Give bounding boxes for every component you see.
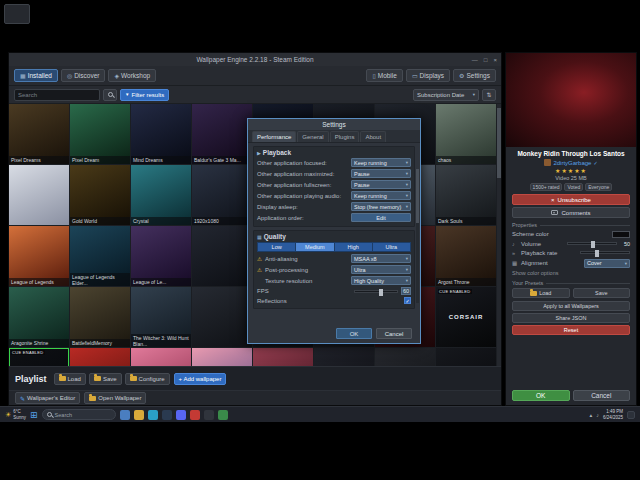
wallpaper-tile[interactable] bbox=[314, 348, 374, 366]
wallpaper-tile[interactable]: CUE ENABLED CORSAIR bbox=[436, 287, 496, 347]
quality-preset-button[interactable]: High bbox=[335, 243, 373, 251]
preset-save-button[interactable]: Save bbox=[573, 288, 631, 298]
start-button[interactable]: ⊞ bbox=[30, 410, 38, 420]
setting-dropdown[interactable]: Pause ▾ bbox=[351, 169, 411, 178]
slider-thumb[interactable] bbox=[379, 289, 383, 296]
reset-button[interactable]: Reset bbox=[512, 325, 630, 335]
taskbar-icon-steam[interactable] bbox=[162, 410, 172, 420]
nav-tab[interactable]: ◈ Workshop bbox=[108, 69, 156, 82]
preset-load-button[interactable]: Load bbox=[512, 288, 570, 298]
close-button[interactable]: × bbox=[493, 57, 497, 63]
nav-tab[interactable]: ▦ Installed bbox=[14, 69, 58, 82]
wallpaper-tile[interactable]: Mind Dreams bbox=[131, 104, 191, 164]
setting-dropdown[interactable]: Stop (free memory) ▾ bbox=[351, 202, 411, 211]
toolbar-right-button[interactable]: ⚙ Settings bbox=[453, 69, 496, 82]
wallpaper-tile[interactable] bbox=[375, 348, 435, 366]
panel-ok-button[interactable]: OK bbox=[512, 390, 570, 401]
sort-direction-button[interactable]: ⇅ bbox=[482, 89, 496, 101]
setting-dropdown[interactable]: Keep running ▾ bbox=[351, 158, 411, 167]
wallpaper-tile[interactable]: BattlefieldMemory bbox=[70, 287, 130, 347]
wallpaper-tile[interactable]: Argost Throne bbox=[436, 226, 496, 286]
taskbar-icon-task-view[interactable] bbox=[120, 410, 130, 420]
filter-results-button[interactable]: ▼ Filter results bbox=[120, 89, 169, 101]
panel-cancel-button[interactable]: Cancel bbox=[573, 390, 631, 401]
alignment-dropdown[interactable]: Cover ▾ bbox=[584, 259, 630, 268]
search-input[interactable] bbox=[14, 89, 100, 101]
wallpaper-editor-button[interactable]: ✎ Wallpaper's Editor bbox=[15, 392, 80, 404]
taskbar-icon-browser[interactable] bbox=[218, 410, 228, 420]
nav-tab[interactable]: ◎ Discover bbox=[61, 69, 106, 82]
wallpaper-tile[interactable]: 1920x1080 bbox=[192, 165, 252, 225]
wallpaper-tile[interactable] bbox=[192, 226, 252, 286]
wallpaper-tile[interactable]: Pixel Dreams bbox=[9, 104, 69, 164]
wallpaper-tile[interactable]: Dark Souls bbox=[436, 165, 496, 225]
author-name[interactable]: 2dirtyGarbage bbox=[553, 160, 591, 166]
notification-icon[interactable] bbox=[627, 411, 635, 419]
share-json-button[interactable]: Share JSON bbox=[512, 313, 630, 323]
taskbar-clock[interactable]: 1:49 PM 6/24/2025 bbox=[603, 409, 623, 420]
toolbar-right-button[interactable]: ▯ Mobile bbox=[366, 69, 402, 82]
wallpaper-tile[interactable]: League of Legends Elder... bbox=[70, 226, 130, 286]
setting-dropdown[interactable]: High Quality ▾ bbox=[351, 276, 411, 285]
wallpaper-tile[interactable] bbox=[9, 165, 69, 225]
sort-dropdown[interactable]: Subscription Date ▾ bbox=[413, 89, 479, 101]
taskbar-icon-edge[interactable] bbox=[148, 410, 158, 420]
tray-chevron-icon[interactable]: ▴ bbox=[589, 412, 592, 418]
scheme-color-swatch[interactable] bbox=[612, 231, 630, 238]
wallpaper-tile[interactable] bbox=[131, 348, 191, 366]
wallpaper-tile[interactable]: CUE ENABLED bbox=[9, 348, 69, 366]
playlist-button[interactable]: Load bbox=[54, 373, 86, 385]
wallpaper-tile[interactable]: Gold World bbox=[70, 165, 130, 225]
wallpaper-tile[interactable]: League of Le... bbox=[131, 226, 191, 286]
wallpaper-tile[interactable]: Baldur's Gate 3 Ma... bbox=[192, 104, 252, 164]
wallpaper-tile[interactable]: chaos bbox=[436, 104, 496, 164]
taskbar-icon-wallpaper-engine[interactable] bbox=[190, 410, 200, 420]
reflections-checkbox[interactable]: ✓ bbox=[404, 297, 411, 304]
settings-tab[interactable]: Plugins bbox=[330, 131, 360, 142]
wallpaper-tile[interactable]: League of Legends bbox=[9, 226, 69, 286]
taskbar-search[interactable]: Search bbox=[42, 409, 116, 420]
quality-preset-button[interactable]: Medium bbox=[296, 243, 334, 251]
taskbar-icon-file-explorer[interactable] bbox=[134, 410, 144, 420]
open-wallpaper-button[interactable]: Open Wallpaper bbox=[84, 392, 146, 404]
taskbar-icon-discord[interactable] bbox=[176, 410, 186, 420]
wallpaper-tile[interactable]: Aragonite Shrine bbox=[9, 287, 69, 347]
toolbar-right-button[interactable]: ▭ Displays bbox=[406, 69, 450, 82]
wallpaper-tile[interactable] bbox=[192, 287, 252, 347]
weather-widget[interactable]: ☀ 6°C Sunny bbox=[5, 409, 26, 420]
wallpaper-tile[interactable]: Pixel Dream bbox=[70, 104, 130, 164]
setting-dropdown[interactable]: Keep running ▾ bbox=[351, 191, 411, 200]
playback-rate-slider[interactable] bbox=[580, 251, 630, 254]
wallpaper-tile[interactable] bbox=[70, 348, 130, 366]
unsubscribe-button[interactable]: × Unsubscribe bbox=[512, 194, 630, 205]
show-color-options-link[interactable]: Show color options bbox=[506, 269, 636, 277]
taskbar-icon-obs[interactable] bbox=[204, 410, 214, 420]
search-button[interactable] bbox=[103, 89, 117, 101]
playlist-button[interactable]: Configure bbox=[125, 373, 170, 385]
fps-slider[interactable] bbox=[354, 290, 398, 293]
setting-dropdown[interactable]: Ultra ▾ bbox=[351, 265, 411, 274]
dialog-cancel-button[interactable]: Cancel bbox=[376, 328, 412, 339]
minimize-button[interactable]: — bbox=[472, 57, 478, 63]
comments-button[interactable]: Comments bbox=[512, 207, 630, 218]
wallpaper-tile[interactable] bbox=[253, 348, 313, 366]
dialog-scrollbar[interactable] bbox=[416, 169, 419, 303]
dialog-ok-button[interactable]: OK bbox=[336, 328, 372, 339]
playlist-button[interactable]: Save bbox=[89, 373, 122, 385]
star-rating[interactable]: ★★★★★ bbox=[506, 167, 636, 174]
maximize-button[interactable]: □ bbox=[484, 57, 488, 63]
volume-slider[interactable] bbox=[567, 242, 617, 245]
wallpaper-tile[interactable]: The Witcher 3: Wild Hunt Blan... bbox=[131, 287, 191, 347]
settings-tab[interactable]: Performance bbox=[252, 131, 296, 142]
quality-preset-button[interactable]: Low bbox=[258, 243, 296, 251]
setting-dropdown[interactable]: Pause ▾ bbox=[351, 180, 411, 189]
grid-scrollbar[interactable] bbox=[497, 104, 501, 366]
setting-dropdown[interactable]: MSAA x8 ▾ bbox=[351, 254, 411, 263]
wallpaper-tile[interactable]: CORSAIR Collection bbox=[436, 348, 496, 366]
add-wallpaper-button[interactable]: + Add wallpaper bbox=[174, 373, 227, 385]
settings-tab[interactable]: General bbox=[297, 131, 328, 142]
wallpaper-tile[interactable]: Crystal bbox=[131, 165, 191, 225]
apply-all-button[interactable]: Apply to all Wallpapers bbox=[512, 301, 630, 311]
tray-volume-icon[interactable]: ♪ bbox=[596, 412, 599, 418]
edit-order-button[interactable]: Edit bbox=[351, 213, 411, 222]
